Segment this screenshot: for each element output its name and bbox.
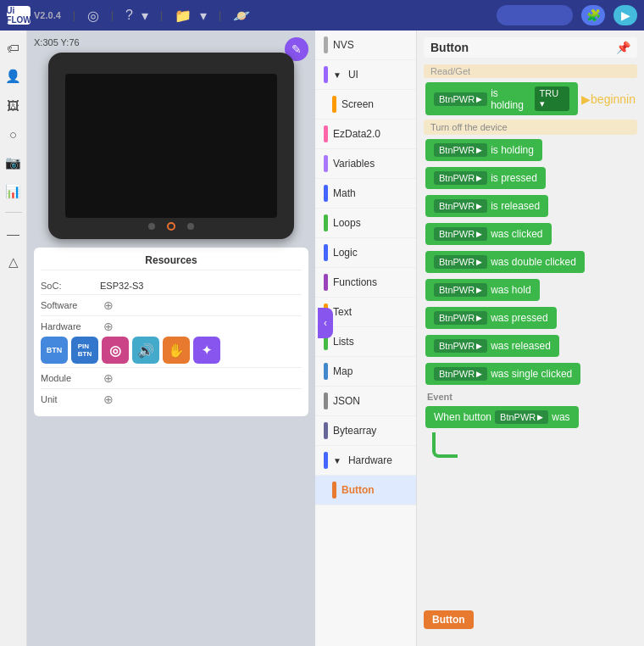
palette-item-hardware[interactable]: ▼ Hardware — [315, 446, 416, 476]
person-icon[interactable]: 👤 — [3, 66, 24, 86]
block-row-8: BtnPWR ▶ was released — [425, 333, 636, 359]
palette-item-logic[interactable]: Logic — [315, 238, 416, 268]
minus-icon[interactable]: — — [3, 223, 24, 243]
block-text-4: was clicked — [491, 228, 542, 240]
block-was-pressed[interactable]: BtnPWR ▶ was pressed — [425, 307, 557, 329]
palette-item-ui[interactable]: ▼ UI — [315, 60, 416, 90]
coordinates: X:305 Y:76 — [34, 37, 308, 47]
block-row-5: BtnPWR ▶ was double clicked — [425, 249, 636, 275]
pin-icon[interactable]: 📌 — [616, 41, 630, 54]
hardware-add-button[interactable]: ⊕ — [103, 320, 114, 333]
module-add-button[interactable]: ⊕ — [103, 371, 114, 385]
palette-item-math[interactable]: Math — [315, 179, 416, 209]
block-was-double-clicked[interactable]: BtnPWR ▶ was double clicked — [425, 251, 585, 273]
palette-item-button[interactable]: Button — [315, 476, 416, 505]
read-section: Read/Get BtnPWR ▶ is holding TRU ▾ ▶begi… — [424, 64, 637, 387]
block-is-pressed[interactable]: BtnPWR ▶ is pressed — [425, 167, 546, 189]
chip-btnpwr-4[interactable]: BtnPWR ▶ — [434, 227, 487, 241]
block-row-9: BtnPWR ▶ was single clicked — [425, 361, 636, 387]
chip-btnpwr-1[interactable]: BtnPWR ▶ — [434, 143, 487, 157]
block-is-holding-2[interactable]: BtnPWR ▶ is holding — [425, 139, 542, 161]
block-was-released[interactable]: BtnPWR ▶ was released — [425, 335, 559, 357]
hw-speaker-icon[interactable]: 🔊 — [132, 337, 159, 364]
photo-icon[interactable]: 📷 — [3, 153, 24, 173]
palette-item-loops[interactable]: Loops — [315, 209, 416, 238]
when-prefix: When button — [434, 411, 491, 423]
device-screen — [65, 74, 277, 218]
module-label: Module — [41, 373, 100, 383]
help-icon[interactable]: ? — [125, 8, 133, 23]
chip-btnpwr-event[interactable]: BtnPWR ▶ — [495, 410, 548, 424]
folder-icon[interactable]: 📁 — [175, 8, 192, 24]
block-text-7: was pressed — [491, 312, 547, 324]
screen-label: Screen — [341, 98, 374, 110]
palette-item-bytearray[interactable]: Bytearray — [315, 416, 416, 446]
block-text-5: was double clicked — [491, 256, 576, 268]
chip-btnpwr-6[interactable]: BtnPWR ▶ — [434, 283, 487, 297]
palette-item-nvs[interactable]: NVS — [315, 31, 416, 60]
bytearray-label: Bytearray — [333, 425, 376, 437]
hw-pinbtn-icon[interactable]: PINBTN — [71, 337, 98, 364]
hardware-icons-row: BTN PINBTN ◎ 🔊 ✋ ✦ — [41, 337, 220, 364]
circle-icon[interactable]: ○ — [3, 124, 24, 144]
block-was-clicked[interactable]: BtnPWR ▶ was clicked — [425, 223, 552, 245]
help-chevron-icon[interactable]: ▾ — [142, 8, 148, 24]
ezdata-dot — [324, 125, 328, 142]
turn-off-label: Turn off the device — [424, 120, 637, 135]
workspace-header: Button 📌 — [424, 37, 637, 58]
when-button-block[interactable]: When button BtnPWR ▶ was — [425, 406, 579, 428]
logo-box: UiFLOW — [7, 6, 31, 25]
button-label: Button — [341, 484, 375, 496]
hardware-row: Hardware ⊕ BTN PINBTN ◎ 🔊 ✋ ✦ — [41, 316, 302, 368]
map-dot — [324, 363, 328, 380]
folder-chevron-icon[interactable]: ▾ — [200, 8, 207, 24]
palette-item-functions[interactable]: Functions — [315, 268, 416, 298]
palette-item-screen[interactable]: Screen — [315, 90, 416, 120]
hw-led-icon[interactable]: ✦ — [193, 337, 220, 364]
software-add-button[interactable]: ⊕ — [103, 298, 114, 312]
bytearray-dot — [324, 422, 328, 439]
chip-btnpwr-7[interactable]: BtnPWR ▶ — [434, 311, 487, 325]
palette-item-map[interactable]: Map — [315, 357, 416, 387]
search-box[interactable] — [497, 5, 573, 25]
toggle-0[interactable]: TRU ▾ — [535, 86, 570, 111]
hw-btn-icon[interactable]: BTN — [41, 337, 68, 364]
logic-dot — [324, 244, 328, 261]
chip-btnpwr-9[interactable]: BtnPWR ▶ — [434, 367, 487, 381]
block-was-hold[interactable]: BtnPWR ▶ was hold — [425, 279, 540, 301]
chart-icon[interactable]: 📊 — [3, 181, 24, 202]
planet-icon[interactable]: 🪐 — [233, 8, 250, 24]
chip-btnpwr-0[interactable]: BtnPWR ▶ — [434, 92, 487, 106]
button-block-label[interactable]: Button — [424, 610, 474, 629]
nav-dot-active — [167, 222, 175, 231]
palette-item-variables[interactable]: Variables — [315, 149, 416, 179]
image-icon[interactable]: 🖼 — [3, 95, 24, 115]
block-row-4: BtnPWR ▶ was clicked — [425, 221, 636, 247]
puzzle-button[interactable]: 🧩 — [581, 5, 605, 25]
nav-dot-1 — [148, 223, 155, 230]
tag-icon[interactable]: 🏷 — [3, 37, 24, 58]
unit-row: Unit ⊕ — [41, 389, 302, 409]
run-button[interactable]: ▶ — [613, 5, 637, 25]
unit-add-button[interactable]: ⊕ — [103, 393, 114, 406]
nvs-dot — [324, 36, 328, 53]
block-is-released[interactable]: BtnPWR ▶ is released — [425, 195, 548, 217]
chip-btnpwr-3[interactable]: BtnPWR ▶ — [434, 199, 487, 213]
chip-btnpwr-2[interactable]: BtnPWR ▶ — [434, 171, 487, 185]
hw-circle-icon[interactable]: ◎ — [102, 337, 129, 364]
palette-item-ezdata[interactable]: EzData2.0 — [315, 120, 416, 149]
event-label: Event — [427, 392, 637, 402]
triangle-icon[interactable]: △ — [3, 252, 24, 272]
chip-btnpwr-8[interactable]: BtnPWR ▶ — [434, 339, 487, 353]
camera-icon[interactable]: ◎ — [87, 8, 99, 24]
lists-label: Lists — [333, 336, 354, 348]
palette-item-json[interactable]: JSON — [315, 387, 416, 416]
block-is-holding-1[interactable]: BtnPWR ▶ is holding TRU ▾ — [425, 82, 578, 115]
chip-btnpwr-5[interactable]: BtnPWR ▶ — [434, 255, 487, 269]
hardware-button-highlight[interactable]: Button — [424, 610, 474, 629]
hw-gesture-icon[interactable]: ✋ — [163, 337, 190, 364]
block-was-single-clicked[interactable]: BtnPWR ▶ was single clicked — [425, 363, 580, 385]
palette-collapse-button[interactable]: ‹ — [318, 308, 333, 338]
when-suffix: was — [552, 411, 569, 423]
ui-dot — [324, 66, 328, 83]
